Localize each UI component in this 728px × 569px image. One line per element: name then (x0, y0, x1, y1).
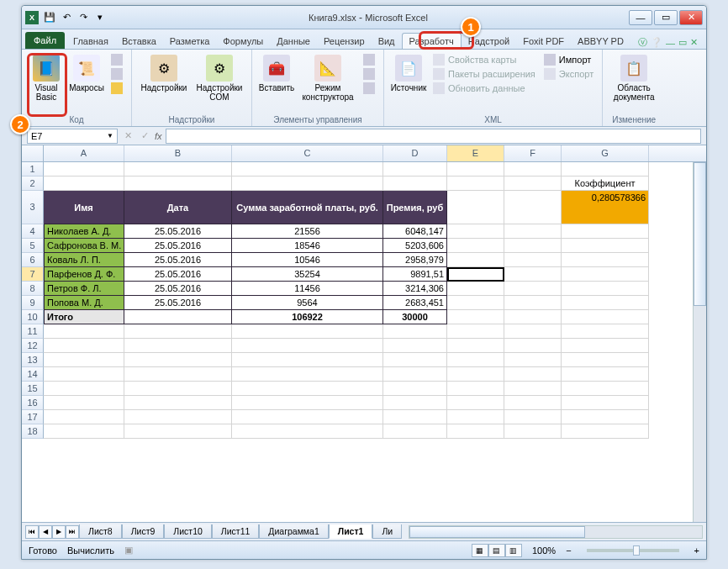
xml-export-button[interactable]: Экспорт (541, 67, 597, 81)
vertical-scrollbar[interactable] (693, 162, 706, 522)
row-header-16[interactable]: 16 (22, 396, 44, 410)
sheet-tab-active[interactable]: Лист1 (329, 524, 373, 539)
view-normal-button[interactable]: ▦ (472, 544, 488, 557)
cell-total-label[interactable]: Итого (44, 310, 124, 324)
com-addins-button[interactable]: ⚙ Надстройки COM (193, 53, 246, 103)
fx-icon[interactable]: fx (155, 131, 162, 141)
run-dialog-button[interactable] (360, 82, 378, 95)
help-icon[interactable]: ❔ (651, 37, 662, 48)
sheet-tab[interactable]: Лист10 (164, 524, 212, 539)
tab-view[interactable]: Вид (372, 34, 402, 49)
horizontal-scrollbar[interactable] (409, 525, 703, 539)
sheet-nav-next[interactable]: ▶ (52, 525, 66, 539)
cell-name[interactable]: Петров Ф. Л. (44, 282, 124, 296)
control-properties-button[interactable] (360, 53, 378, 66)
tab-review[interactable]: Рецензир (317, 34, 372, 49)
xml-map-properties-button[interactable]: Свойства карты (430, 53, 539, 66)
use-relative-refs-button[interactable] (108, 67, 126, 81)
vscroll-thumb[interactable] (694, 162, 706, 306)
tab-foxit[interactable]: Foxit PDF (516, 34, 571, 49)
cell-name[interactable]: Коваль Л. П. (44, 253, 124, 267)
cell-name[interactable]: Попова М. Д. (44, 296, 124, 310)
cell-name[interactable]: Парфенов Д. Ф. (44, 267, 124, 282)
row-header-10[interactable]: 10 (22, 310, 44, 324)
design-mode-button[interactable]: 📐 Режим конструктора (298, 53, 358, 103)
row-header-17[interactable]: 17 (22, 410, 44, 424)
name-box[interactable]: E7 ▼ (27, 129, 118, 144)
table-header-salary[interactable]: Сумма заработной платы, руб. (232, 191, 383, 224)
visual-basic-button[interactable]: 📘 Visual Basic (27, 53, 66, 103)
row-header-6[interactable]: 6 (22, 253, 44, 267)
col-header-G[interactable]: G (562, 145, 649, 161)
record-macro-button[interactable] (108, 53, 126, 66)
col-header-A[interactable]: A (44, 145, 124, 161)
tab-data[interactable]: Данные (270, 34, 317, 49)
redo-icon[interactable]: ↷ (76, 10, 91, 25)
xml-expansion-packs-button[interactable]: Пакеты расширения (430, 67, 539, 81)
xml-refresh-button[interactable]: Обновить данные (430, 82, 539, 95)
sheet-nav-prev[interactable]: ◀ (39, 525, 52, 539)
view-page-layout-button[interactable]: ▤ (488, 544, 505, 557)
zoom-slider[interactable] (587, 549, 679, 552)
zoom-slider-thumb[interactable] (633, 545, 640, 556)
col-header-E[interactable]: E (447, 145, 504, 161)
qat-dropdown-icon[interactable]: ▾ (92, 10, 108, 25)
zoom-level[interactable]: 100% (532, 545, 556, 556)
cell-koef-label[interactable]: Коэффициент (562, 176, 649, 191)
sheet-tab[interactable]: Ли (372, 524, 402, 539)
row-header-15[interactable]: 15 (22, 382, 44, 396)
row-header-11[interactable]: 11 (22, 324, 44, 339)
macro-record-icon[interactable]: ▣ (124, 545, 133, 556)
view-page-break-button[interactable]: ▥ (505, 544, 522, 557)
row-header-8[interactable]: 8 (22, 282, 44, 296)
name-box-dropdown-icon[interactable]: ▼ (107, 132, 113, 140)
view-code-button[interactable] (360, 67, 378, 81)
sheet-nav-first[interactable]: ⏮ (25, 525, 39, 539)
sheet-tab[interactable]: Лист8 (79, 524, 122, 539)
tab-home[interactable]: Главная (66, 34, 115, 49)
table-header-bonus[interactable]: Премия, руб (383, 191, 447, 224)
xml-source-button[interactable]: 📄 Источник (389, 53, 428, 94)
insert-control-button[interactable]: 🧰 Вставить (257, 53, 296, 94)
row-header-3[interactable]: 3 (22, 191, 44, 224)
sheet-tab[interactable]: Лист9 (122, 524, 165, 539)
tab-abbyy[interactable]: ABBYY PD (571, 34, 630, 49)
table-header-date[interactable]: Дата (124, 191, 232, 224)
row-header-5[interactable]: 5 (22, 239, 44, 253)
tab-file[interactable]: Файл (25, 32, 65, 49)
col-header-F[interactable]: F (504, 145, 562, 161)
hscroll-thumb[interactable] (409, 526, 585, 538)
save-icon[interactable]: 💾 (42, 10, 57, 25)
col-header-D[interactable]: D (383, 145, 447, 161)
row-header-7[interactable]: 7 (22, 267, 44, 282)
tab-developer[interactable]: Разработч (402, 33, 462, 49)
col-header-B[interactable]: B (124, 145, 232, 161)
formula-input[interactable] (166, 129, 701, 144)
document-panel-button[interactable]: 📋 Область документа (608, 53, 660, 103)
mdi-close-icon[interactable]: ✕ (690, 37, 698, 48)
sheet-nav-last[interactable]: ⏭ (66, 525, 79, 539)
zoom-out-button[interactable]: − (566, 545, 571, 556)
zoom-in-button[interactable]: + (694, 545, 699, 556)
ribbon-minimize-icon[interactable]: ⓥ (638, 36, 647, 49)
mdi-min-icon[interactable]: — (666, 38, 675, 48)
cancel-formula-icon[interactable]: ✕ (121, 130, 135, 141)
row-header-2[interactable]: 2 (22, 176, 44, 191)
sheet-tab[interactable]: Лист11 (212, 524, 260, 539)
xml-import-button[interactable]: Импорт (541, 53, 597, 66)
addins-button[interactable]: ⚙ Надстройки (137, 53, 191, 94)
row-header-12[interactable]: 12 (22, 339, 44, 353)
accept-formula-icon[interactable]: ✓ (138, 130, 151, 141)
macro-security-button[interactable] (108, 82, 126, 95)
row-header-1[interactable]: 1 (22, 162, 44, 176)
row-header-13[interactable]: 13 (22, 353, 44, 367)
tab-layout[interactable]: Разметка (163, 34, 217, 49)
close-button[interactable]: ✕ (679, 10, 703, 25)
tab-insert[interactable]: Вставка (115, 34, 163, 49)
cell-name[interactable]: Николаев А. Д. (44, 224, 124, 239)
col-header-C[interactable]: C (232, 145, 383, 161)
tab-formulas[interactable]: Формулы (216, 34, 270, 49)
active-cell-E7[interactable] (447, 267, 504, 282)
maximize-button[interactable]: ▭ (654, 10, 678, 25)
cell-name[interactable]: Сафронова В. М. (44, 239, 124, 253)
